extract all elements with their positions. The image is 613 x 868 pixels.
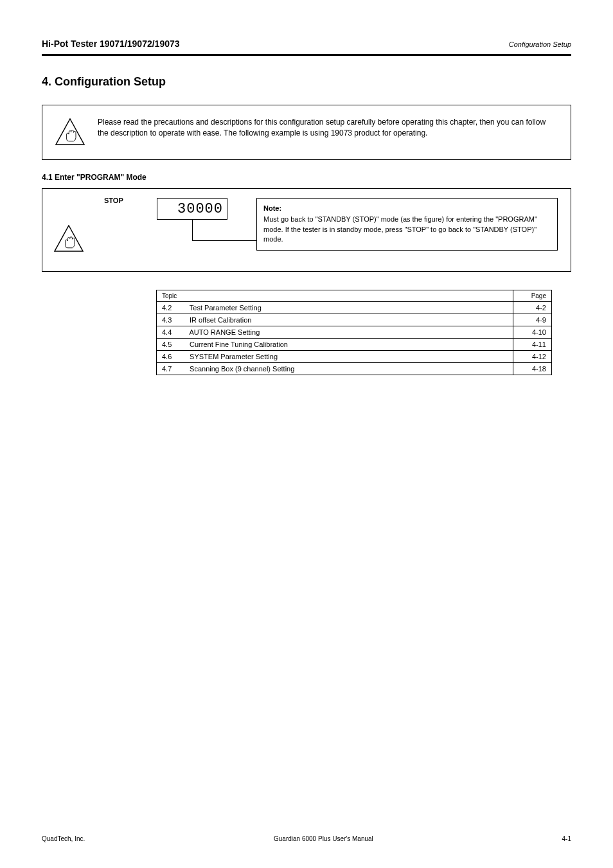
header-left: Hi-Pot Tester 19071/19072/19073 [42, 39, 180, 49]
stop-label: STOP [104, 197, 123, 204]
toc-row: 4.3 IR offset Calibration 4-9 [157, 314, 551, 326]
toc-title: AUTO RANGE Setting [189, 328, 260, 336]
stop-program-box: STOP 30000 Note: Must go back to "STANDB… [42, 188, 571, 272]
footer-center: Guardian 6000 Plus User's Manual [274, 835, 373, 842]
toc-header-topic: Topic [157, 290, 513, 301]
header-rule [42, 54, 571, 56]
page-footer: QuadTech, Inc. Guardian 6000 Plus User's… [42, 835, 571, 842]
notice-box: Please read the precautions and descript… [42, 105, 571, 160]
inner-toc: Topic Page 4.2 Test Parameter Setting 4-… [156, 290, 552, 375]
connector-horizontal [192, 240, 256, 241]
toc-title: Scanning Box (9 channel) Setting [190, 365, 294, 373]
footer-left: QuadTech, Inc. [42, 835, 85, 842]
section-title: 4. Configuration Setup [42, 75, 571, 89]
toc-page: 4-10 [513, 326, 551, 338]
toc-page: 4-11 [513, 339, 551, 350]
note-text: Must go back to "STANDBY (STOP)" mode (a… [263, 215, 551, 244]
footer-right: 4-1 [562, 835, 571, 842]
toc-row: 4.4 AUTO RANGE Setting 4-10 [157, 326, 551, 339]
connector-vertical [192, 220, 193, 240]
toc-row: 4.2 Test Parameter Setting 4-2 [157, 302, 551, 314]
toc-num: 4.2 [162, 304, 188, 312]
header-right: Configuration Setup [509, 40, 571, 48]
toc-title: Test Parameter Setting [190, 304, 262, 312]
note-title: Note: [263, 204, 551, 213]
toc-row: 4.5 Current Fine Tuning Calibration 4-11 [157, 339, 551, 351]
toc-header-row: Topic Page [157, 290, 551, 302]
toc-page: 4-9 [513, 314, 551, 326]
toc-num: 4.4 [162, 328, 188, 336]
toc-row: 4.6 SYSTEM Parameter Setting 4-12 [157, 351, 551, 363]
page-header: Hi-Pot Tester 19071/19072/19073 Configur… [42, 39, 571, 49]
lcd-display: 30000 [157, 198, 227, 220]
toc-row: 4.7 Scanning Box (9 channel) Setting 4-1… [157, 363, 551, 375]
svg-marker-1 [55, 226, 83, 251]
toc-num: 4.6 [162, 353, 188, 360]
toc-page: 4-2 [513, 302, 551, 314]
toc-num: 4.5 [162, 341, 188, 348]
toc-title: Current Fine Tuning Calibration [190, 341, 288, 348]
toc-page: 4-12 [513, 351, 551, 362]
caution-hand-icon [55, 118, 85, 148]
note-box: Note: Must go back to "STANDBY (STOP)" m… [256, 198, 558, 251]
subsection-heading: 4.1 Enter "PROGRAM" Mode [42, 173, 571, 182]
toc-title: IR offset Calibration [190, 316, 251, 324]
caution-hand-icon [54, 225, 84, 252]
toc-page: 4-18 [513, 363, 551, 375]
toc-header-page: Page [513, 290, 551, 301]
notice-text: Please read the precautions and descript… [98, 117, 558, 139]
toc-num: 4.3 [162, 316, 188, 324]
svg-marker-0 [56, 119, 84, 145]
toc-title: SYSTEM Parameter Setting [190, 353, 278, 360]
toc-num: 4.7 [162, 365, 188, 373]
